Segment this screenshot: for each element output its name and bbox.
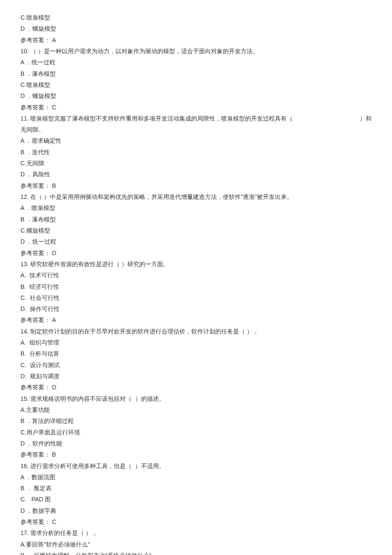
q14-answer: 参考答案： D <box>20 382 372 393</box>
q11-stem-line1: 11. 喷泉模型克服了瀑布模型不支持软件重用和多项开发活动集成的局限性，喷泉模型… <box>20 113 372 124</box>
q15-option-b: B ．算法的详细过程 <box>20 415 372 426</box>
q16-stem: 16. 进行需求分析可使用多种工具，但是（ ）不适用。 <box>20 460 372 472</box>
q12-option-c: C.螺旋模型 <box>20 225 372 236</box>
q11-stem-left: 11. 喷泉模型克服了瀑布模型不支持软件重用和多项开发活动集成的局限性，喷泉模型… <box>20 113 293 124</box>
q12-stem: 12. 在（ ）中是采用用例驱动和架构优先的策略，并采用迭代增量建造方法，使软件… <box>20 191 372 202</box>
q17-option-b: B ． 可概括为理解、分析和表达"系统必须做什么" <box>20 550 372 555</box>
document-page: C.喷泉模型 D ．螺旋模型 参考答案： A 10. （ ）是一种以用户需求为动… <box>0 0 392 555</box>
q13-option-d: D. 操作可行性 <box>20 303 372 314</box>
q16-option-a: A ．数据流图 <box>20 472 372 483</box>
q10-option-d: D ．螺旋模型 <box>20 90 372 101</box>
q14-stem: 14. 制定软件计划的目的在于尽早对欲开发的软件进行合理估价，软件计划的任务是（… <box>20 326 372 337</box>
q12-option-d: D ．统一过程 <box>20 236 372 247</box>
q12-option-b: B ．瀑布模型 <box>20 214 372 225</box>
q9-option-d: D ．螺旋模型 <box>20 23 372 34</box>
q16-option-b: B ． 叛定表 <box>20 483 372 494</box>
q13-option-b: B. 经济可行性 <box>20 281 372 292</box>
q15-stem: 15. 需求规格说明书的内容不应该包括对（ ）的描述。 <box>20 393 372 404</box>
q15-option-c: C.用户界面及运行环境 <box>20 427 372 438</box>
q16-answer: 参考答案： C <box>20 516 372 527</box>
q14-option-c: C. 设计与测试 <box>20 359 372 371</box>
q11-option-d: D ．风险性 <box>20 169 372 180</box>
q10-answer: 参考答案： C <box>20 102 372 113</box>
q10-option-c: C.喷泉模型 <box>20 79 372 90</box>
q17-option-a: A.要回答"软件必须做什么" <box>20 539 372 550</box>
q10-stem: 10. （ ）是一种以用户需求为动力，以对象作为驱动的模型，适合于面向对象的开发… <box>20 46 372 57</box>
q11-option-a: A ．需求确定性 <box>20 135 372 146</box>
q15-option-d: D ．软件的性能 <box>20 438 372 449</box>
q9-answer: 参考答案： A <box>20 35 372 46</box>
q12-answer: 参考答案： D <box>20 247 372 259</box>
q16-option-d: D ．数据字典 <box>20 505 372 516</box>
q13-stem: 13. 研究软硬件资源的有效性是进行（ ）研究的一方面。 <box>20 259 372 270</box>
q14-option-b: B. 分析与估算 <box>20 348 372 359</box>
q10-option-b: B ．瀑布模型 <box>20 68 372 79</box>
q11-option-c: C.无间隙 <box>20 158 372 169</box>
q14-option-a: A. 组织与管理 <box>20 337 372 348</box>
q16-option-c: C. PAD 图 <box>20 494 372 505</box>
q10-option-a: A ．统一过程 <box>20 57 372 68</box>
q15-option-a: A.主要功能 <box>20 404 372 415</box>
q11-option-b: B ．迭代性 <box>20 147 372 158</box>
q12-option-a: A ．喷泉模型 <box>20 202 372 213</box>
q9-option-c: C.喷泉模型 <box>20 12 372 23</box>
q11-stem-right: ）和 <box>360 113 372 124</box>
q13-option-a: A. 技术可行性 <box>20 270 372 281</box>
q13-option-c: C. 社会可行性 <box>20 292 372 303</box>
q14-option-d: D. 规划与调度 <box>20 371 372 382</box>
q11-stem-line2: 无间隙。 <box>20 124 372 135</box>
q11-answer: 参考答案： B <box>20 180 372 191</box>
q13-answer: 参考答案： A <box>20 314 372 325</box>
q15-answer: 参考答案： B <box>20 449 372 460</box>
q17-stem: 17. 需求分析的任务是（ ） 。 <box>20 527 372 538</box>
